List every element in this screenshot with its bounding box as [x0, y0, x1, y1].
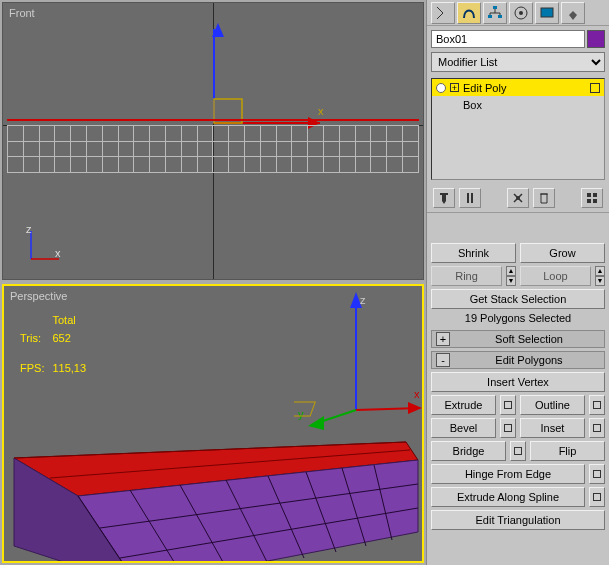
- tab-modify[interactable]: [457, 2, 481, 24]
- svg-marker-17: [308, 416, 324, 430]
- svg-rect-36: [488, 15, 492, 18]
- tab-hierarchy[interactable]: [483, 2, 507, 24]
- flip-button[interactable]: Flip: [530, 441, 605, 461]
- svg-rect-35: [493, 6, 497, 9]
- configure-sets-button[interactable]: [581, 188, 603, 208]
- plus-icon: +: [436, 332, 450, 346]
- outline-button[interactable]: Outline: [520, 395, 585, 415]
- viewports: Front x: [0, 0, 426, 565]
- svg-text:z: z: [26, 225, 32, 235]
- svg-text:x: x: [55, 247, 61, 259]
- svg-rect-44: [587, 193, 591, 197]
- svg-rect-37: [498, 15, 502, 18]
- inset-settings-button[interactable]: [589, 418, 605, 438]
- stack-item-edit-poly[interactable]: + Edit Poly: [432, 79, 604, 96]
- bridge-button[interactable]: Bridge: [431, 441, 506, 461]
- viewport-front[interactable]: Front x: [2, 2, 424, 280]
- tab-display[interactable]: [535, 2, 559, 24]
- edit-triangulation-button[interactable]: Edit Triangulation: [431, 510, 605, 530]
- stack-item-box[interactable]: Box: [432, 96, 604, 113]
- pin-stack-button[interactable]: [433, 188, 455, 208]
- minus-icon: -: [436, 353, 450, 367]
- svg-rect-47: [593, 199, 597, 203]
- ring-spinner[interactable]: ▲▼: [506, 266, 516, 286]
- bevel-button[interactable]: Bevel: [431, 418, 496, 438]
- viewport-stats: Total Tris:652 FPS:115,13: [18, 310, 94, 378]
- loop-button[interactable]: Loop: [520, 266, 591, 286]
- tab-utilities[interactable]: [561, 2, 585, 24]
- make-unique-button[interactable]: [507, 188, 529, 208]
- stack-result-icon: [590, 83, 600, 93]
- svg-text:x: x: [318, 105, 324, 117]
- axis-indicator: z x: [25, 225, 65, 267]
- get-stack-selection-button[interactable]: Get Stack Selection: [431, 289, 605, 309]
- loop-spinner[interactable]: ▲▼: [595, 266, 605, 286]
- bridge-settings-button[interactable]: [510, 441, 526, 461]
- svg-rect-45: [593, 193, 597, 197]
- object-name-input[interactable]: [431, 30, 585, 48]
- command-panel: Modifier List + Edit Poly Box: [426, 0, 609, 565]
- mesh-box: [10, 436, 416, 556]
- svg-marker-14: [408, 402, 422, 414]
- ring-button[interactable]: Ring: [431, 266, 502, 286]
- shrink-button[interactable]: Shrink: [431, 243, 516, 263]
- hinge-settings-button[interactable]: [589, 464, 605, 484]
- stack-controls: [427, 184, 609, 213]
- svg-rect-41: [467, 193, 469, 203]
- svg-text:y: y: [298, 408, 304, 420]
- command-panel-tabs: [427, 0, 609, 26]
- svg-point-43: [516, 196, 520, 200]
- hinge-from-edge-button[interactable]: Hinge From Edge: [431, 464, 585, 484]
- svg-text:x: x: [414, 388, 420, 400]
- extrude-settings-button[interactable]: [500, 395, 516, 415]
- object-color-swatch[interactable]: [587, 30, 605, 48]
- insert-vertex-button[interactable]: Insert Vertex: [431, 372, 605, 392]
- outline-settings-button[interactable]: [589, 395, 605, 415]
- svg-point-39: [519, 11, 523, 15]
- rollout-edit-polygons[interactable]: - Edit Polygons: [431, 351, 605, 369]
- rollouts[interactable]: Shrink Grow Ring ▲▼ Loop ▲▼ Get Stack Se…: [427, 213, 609, 565]
- svg-rect-42: [471, 193, 473, 203]
- wireframe-box: [7, 125, 419, 173]
- lightbulb-icon[interactable]: [436, 83, 446, 93]
- svg-rect-40: [541, 8, 553, 17]
- inset-button[interactable]: Inset: [520, 418, 585, 438]
- svg-rect-46: [587, 199, 591, 203]
- expand-icon[interactable]: +: [450, 83, 459, 92]
- bevel-settings-button[interactable]: [500, 418, 516, 438]
- viewport-perspective[interactable]: Perspective Total Tris:652 FPS:115,13 z: [2, 284, 424, 564]
- tab-motion[interactable]: [509, 2, 533, 24]
- svg-text:z: z: [360, 294, 366, 306]
- tab-create[interactable]: [431, 2, 455, 24]
- extrude-button[interactable]: Extrude: [431, 395, 496, 415]
- selection-status: 19 Polygons Selected: [431, 312, 605, 324]
- modifier-list-dropdown[interactable]: Modifier List: [431, 52, 605, 72]
- grow-button[interactable]: Grow: [520, 243, 605, 263]
- extrude-spline-settings-button[interactable]: [589, 487, 605, 507]
- modifier-stack[interactable]: + Edit Poly Box: [431, 78, 605, 180]
- viewport-label: Perspective: [10, 290, 67, 302]
- extrude-along-spline-button[interactable]: Extrude Along Spline: [431, 487, 585, 507]
- show-end-result-button[interactable]: [459, 188, 481, 208]
- remove-modifier-button[interactable]: [533, 188, 555, 208]
- rollout-soft-selection[interactable]: + Soft Selection: [431, 330, 605, 348]
- gizmo-axis[interactable]: z x y: [294, 290, 424, 442]
